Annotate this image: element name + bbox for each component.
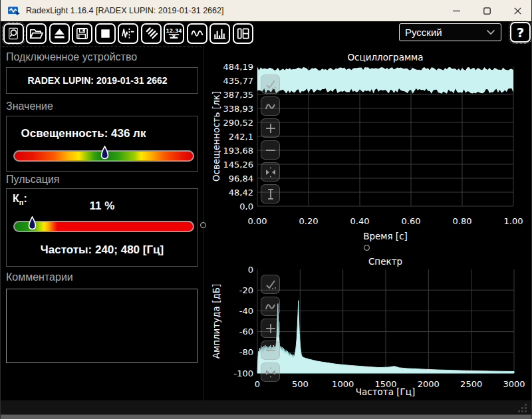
cursor-icon <box>262 186 279 203</box>
svg-text:484,19: 484,19 <box>223 62 254 72</box>
minimize-icon <box>453 7 460 15</box>
app-window: RadexLight 1.16.4 [RADEX LUPIN: 2019-01-… <box>0 0 532 419</box>
svg-text:0.00: 0.00 <box>248 216 267 226</box>
curve-icon <box>262 298 279 315</box>
oscillogram-view-button[interactable] <box>187 23 207 44</box>
curve-icon <box>262 98 279 115</box>
numeric-display-icon: 12.34 <box>166 26 182 41</box>
resize-grip-icon[interactable] <box>517 402 527 413</box>
maximize-button[interactable] <box>471 0 502 21</box>
maximize-icon <box>483 7 491 15</box>
chevron-down-icon <box>486 29 495 35</box>
layout-button[interactable] <box>233 23 253 44</box>
rays-icon <box>144 26 159 41</box>
svg-text:-80: -80 <box>239 347 253 357</box>
kp-value: 11 % <box>7 200 198 213</box>
svg-text:-100: -100 <box>233 368 253 378</box>
zoom-out-icon <box>262 342 279 359</box>
zoom-out-icon <box>262 142 279 159</box>
layout-icon <box>235 26 251 41</box>
language-value: Русский <box>405 27 442 38</box>
svg-text:435,77: 435,77 <box>223 76 254 86</box>
vertical-splitter-grip[interactable] <box>200 222 206 228</box>
oscillogram-title: Осциллограмма <box>257 52 513 63</box>
open-folder-icon <box>29 26 44 41</box>
close-button[interactable] <box>502 0 532 21</box>
svg-text:0.40: 0.40 <box>350 216 370 226</box>
rays-button[interactable] <box>141 23 162 44</box>
svg-text:0,0: 0,0 <box>239 202 253 211</box>
fit-icon <box>262 364 279 381</box>
svg-text:338,93: 338,93 <box>223 104 254 114</box>
curve-tool-button[interactable] <box>261 96 280 116</box>
device-box: RADEX LUPIN: 2019-01-31 2662 <box>6 67 198 94</box>
zoom-in-tool-button[interactable] <box>261 319 280 338</box>
zoom-in-icon <box>262 320 279 337</box>
fit-tool-button[interactable] <box>261 362 280 382</box>
spectrum-view-button[interactable] <box>209 23 230 44</box>
svg-text:387,35: 387,35 <box>223 90 254 100</box>
curve-tool-button[interactable] <box>261 297 280 316</box>
value-box: Освещенность: 436 лк <box>6 116 198 172</box>
stop-button[interactable] <box>95 23 116 44</box>
left-panel: Подключенное устройство RADEX LUPIN: 201… <box>1 47 203 400</box>
svg-text:290,52: 290,52 <box>223 118 254 128</box>
eject-icon <box>52 26 67 41</box>
stop-icon <box>98 26 113 41</box>
frequencies-text: Частоты: 240; 480 [Гц] <box>7 243 198 257</box>
svg-text:0.20: 0.20 <box>299 216 319 226</box>
close-icon <box>514 7 521 15</box>
title-bar: RadexLight 1.16.4 [RADEX LUPIN: 2019-01-… <box>1 0 532 21</box>
svg-text:12.34: 12.34 <box>166 27 182 33</box>
help-button[interactable]: ? <box>510 22 531 43</box>
numeric-display-button[interactable]: 12.34 <box>164 23 184 44</box>
svg-text:193,68: 193,68 <box>223 146 254 156</box>
preview-button[interactable] <box>3 23 24 44</box>
select-icon <box>262 76 279 93</box>
status-bar <box>1 400 532 414</box>
save-icon <box>74 26 90 41</box>
device-name: RADEX LUPIN: 2019-01-31 2662 <box>7 75 198 86</box>
svg-text:0.60: 0.60 <box>402 216 421 226</box>
select-tool-button[interactable] <box>261 74 280 94</box>
pulsation-section-header: Пульсация <box>6 174 59 186</box>
pulsation-marker-icon <box>28 216 37 231</box>
zoom-in-tool-button[interactable] <box>261 118 280 138</box>
svg-text:96,84: 96,84 <box>229 174 253 184</box>
eject-device-button[interactable] <box>49 23 70 44</box>
preview-icon <box>6 26 21 41</box>
spectrum-xlabel: Частота [Гц] <box>257 386 513 397</box>
zoom-out-tool-button[interactable] <box>261 140 280 160</box>
zoom-in-icon <box>262 120 279 137</box>
svg-text:-20: -20 <box>239 285 253 295</box>
illuminance-reading: Освещенность: 436 лк <box>7 127 198 140</box>
select-icon <box>262 276 279 293</box>
open-file-button[interactable] <box>26 23 47 44</box>
save-button[interactable] <box>72 23 92 44</box>
fit-tool-button[interactable] <box>261 162 280 182</box>
fit-icon <box>262 164 279 181</box>
comments-input[interactable] <box>6 289 198 363</box>
app-icon <box>7 5 21 17</box>
svg-text:1.00: 1.00 <box>504 216 523 226</box>
minimize-button[interactable] <box>441 0 471 21</box>
language-select[interactable]: Русский <box>399 23 501 41</box>
illuminance-marker-icon <box>100 146 109 161</box>
signal-cursor-icon <box>120 26 136 41</box>
spectrum-title: Спектр <box>257 256 513 267</box>
device-section-header: Подключенное устройство <box>6 51 137 63</box>
charts-canvas[interactable]: 484,19435,77387,35338,93290,52242,1193,6… <box>207 47 532 400</box>
svg-text:242,1: 242,1 <box>229 132 253 142</box>
toolbar: 12.34 <box>1 21 532 45</box>
select-tool-button[interactable] <box>261 275 280 294</box>
cursor-tool-button[interactable] <box>261 184 280 204</box>
svg-text:-40: -40 <box>239 306 253 316</box>
window-title: RadexLight 1.16.4 [RADEX LUPIN: 2019-01-… <box>26 6 223 15</box>
signal-cursor-button[interactable] <box>118 23 138 44</box>
svg-text:0.80: 0.80 <box>453 216 472 226</box>
zoom-out-tool-button[interactable] <box>261 341 280 360</box>
pulsation-box: Кп: 11 % Частоты: 240; 480 [Гц] <box>6 188 198 267</box>
svg-text:48,42: 48,42 <box>229 188 253 198</box>
oscillogram-ylabel: Освещенность [лк] <box>211 91 221 182</box>
value-section-header: Значение <box>6 100 53 112</box>
